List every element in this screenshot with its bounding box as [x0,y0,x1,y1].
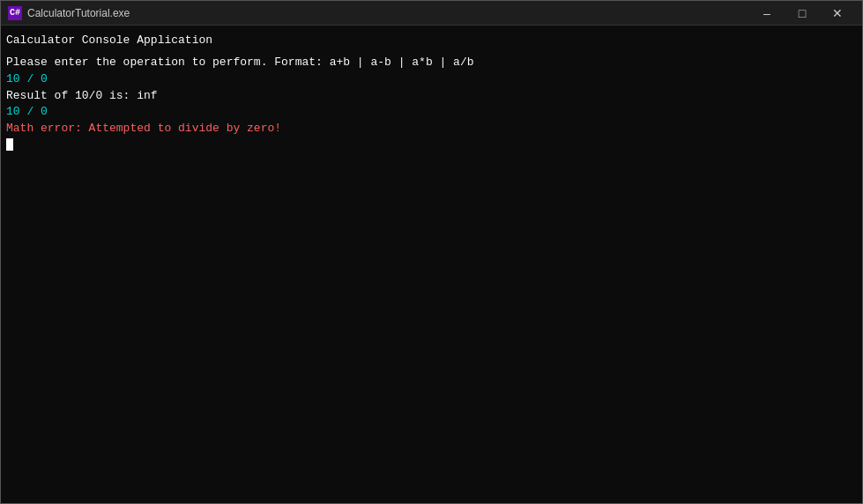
cursor-line [6,137,857,151]
console-output[interactable]: Calculator Console Application Please en… [1,26,862,503]
cursor-block [6,138,13,151]
console-heading: Calculator Console Application [6,33,857,49]
minimize-button[interactable]: – [749,1,785,26]
error-line: Math error: Attempted to divide by zero! [6,121,857,137]
window-controls: – □ ✕ [749,1,855,26]
window-title: CalculatorTutorial.exe [27,7,130,19]
maximize-button[interactable]: □ [785,1,820,26]
input-line-1: 10 / 0 [6,71,857,88]
main-window: C# CalculatorTutorial.exe – □ ✕ Calculat… [0,0,863,504]
close-button[interactable]: ✕ [820,1,855,26]
title-bar: C# CalculatorTutorial.exe – □ ✕ [1,1,862,26]
result-line-1: Result of 10/0 is: inf [6,88,857,105]
prompt-line: Please enter the operation to perform. F… [6,55,857,71]
input-line-2: 10 / 0 [6,104,857,121]
app-icon: C# [8,6,22,20]
title-bar-left: C# CalculatorTutorial.exe [8,6,130,20]
